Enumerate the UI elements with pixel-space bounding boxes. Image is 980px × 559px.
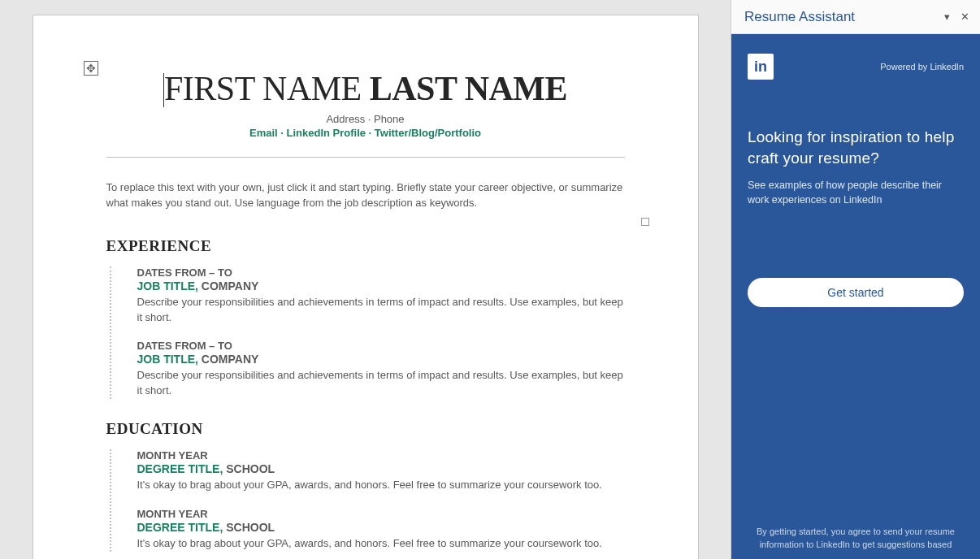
entry-desc[interactable]: It's okay to brag about your GPA, awards… <box>137 478 625 493</box>
entry-title-line[interactable]: DEGREE TITLE, SCHOOL <box>137 521 625 534</box>
entry-dates[interactable]: MONTH YEAR <box>137 449 625 462</box>
experience-entry[interactable]: DATES FROM – TO JOB TITLE, COMPANY Descr… <box>137 266 625 326</box>
get-started-button[interactable]: Get started <box>748 278 964 307</box>
entry-org[interactable]: SCHOOL <box>223 462 275 475</box>
name-line[interactable]: FIRST NAME LAST NAME <box>106 69 625 108</box>
intro-text-content[interactable]: To replace this text with your own, just… <box>106 181 623 209</box>
panel-body: in Powered by LinkedIn Looking for inspi… <box>731 34 980 559</box>
entry-title[interactable]: DEGREE TITLE, <box>137 521 223 534</box>
first-name[interactable]: FIRST NAME <box>164 70 362 107</box>
resume-page[interactable]: ✥ FIRST NAME LAST NAME Address · Phone E… <box>33 15 699 559</box>
entry-title-line[interactable]: DEGREE TITLE, SCHOOL <box>137 462 625 475</box>
entry-title-line[interactable]: JOB TITLE, COMPANY <box>137 353 625 366</box>
entry-org[interactable]: SCHOOL <box>223 521 275 534</box>
document-area[interactable]: ✥ FIRST NAME LAST NAME Address · Phone E… <box>0 0 731 559</box>
close-icon[interactable]: ✕ <box>956 8 973 26</box>
entry-title[interactable]: DEGREE TITLE, <box>137 462 223 475</box>
linkedin-top-row: in Powered by LinkedIn <box>748 54 964 80</box>
entry-org[interactable]: COMPANY <box>198 353 258 366</box>
powered-by-text: Powered by LinkedIn <box>880 62 964 72</box>
last-name[interactable]: LAST NAME <box>370 70 567 107</box>
education-entries: MONTH YEAR DEGREE TITLE, SCHOOL It's oka… <box>110 449 625 552</box>
entry-desc[interactable]: Describe your responsibilities and achie… <box>137 295 625 326</box>
entry-dates[interactable]: DATES FROM – TO <box>137 340 625 352</box>
entry-title[interactable]: JOB TITLE, <box>137 280 198 292</box>
entry-org[interactable]: COMPANY <box>198 280 258 292</box>
experience-entry[interactable]: DATES FROM – TO JOB TITLE, COMPANY Descr… <box>137 340 625 399</box>
intro-text[interactable]: To replace this text with your own, just… <box>106 180 625 211</box>
panel-options-icon[interactable]: ▾ <box>938 8 956 26</box>
page-marker-icon <box>641 218 649 226</box>
footer-note: By getting started, you agree to send yo… <box>748 513 964 551</box>
experience-entries: DATES FROM – TO JOB TITLE, COMPANY Descr… <box>110 266 625 399</box>
address-line[interactable]: Address · Phone <box>106 113 625 125</box>
inspire-description: See examples of how people describe thei… <box>748 178 964 207</box>
entry-title[interactable]: JOB TITLE, <box>137 353 198 366</box>
education-heading[interactable]: EDUCATION <box>106 420 625 438</box>
entry-desc[interactable]: It's okay to brag about your GPA, awards… <box>137 536 625 552</box>
entry-title-line[interactable]: JOB TITLE, COMPANY <box>137 280 625 292</box>
inspire-heading: Looking for inspiration to help craft yo… <box>748 127 964 168</box>
resume-assistant-panel: Resume Assistant ▾ ✕ in Powered by Linke… <box>731 0 980 559</box>
education-entry[interactable]: MONTH YEAR DEGREE TITLE, SCHOOL It's oka… <box>137 449 625 493</box>
panel-title: Resume Assistant <box>744 9 938 25</box>
experience-heading[interactable]: EXPERIENCE <box>106 237 625 255</box>
table-anchor-icon[interactable]: ✥ <box>84 61 98 76</box>
panel-header: Resume Assistant ▾ ✕ <box>731 0 980 34</box>
entry-dates[interactable]: MONTH YEAR <box>137 508 625 520</box>
entry-dates[interactable]: DATES FROM – TO <box>137 266 625 279</box>
linkedin-logo-icon: in <box>748 54 774 80</box>
entry-desc[interactable]: Describe your responsibilities and achie… <box>137 368 625 399</box>
resume-header: FIRST NAME LAST NAME Address · Phone Ema… <box>106 69 625 158</box>
education-entry[interactable]: MONTH YEAR DEGREE TITLE, SCHOOL It's oka… <box>137 508 625 552</box>
contact-line[interactable]: Email · LinkedIn Profile · Twitter/Blog/… <box>106 127 625 139</box>
